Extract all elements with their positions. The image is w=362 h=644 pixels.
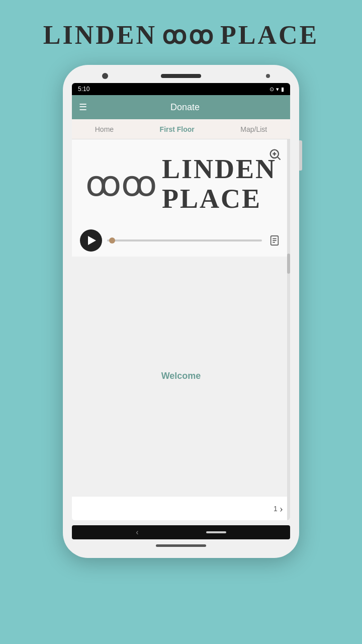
data-saver-icon: ⊙ <box>269 86 274 93</box>
description-area: Welcome <box>72 257 290 496</box>
app-title: Donate <box>87 102 283 113</box>
speaker <box>161 74 201 78</box>
scrollbar-thumb[interactable] <box>287 254 290 274</box>
status-bar: 5:10 ⊙ ▾ ▮ <box>72 83 290 95</box>
top-logo-left: LINDEN <box>43 20 157 50</box>
screen-logo-symbol: ꝏꝏ <box>85 167 157 202</box>
welcome-label: Welcome <box>161 371 201 381</box>
battery-icon: ▮ <box>281 86 284 93</box>
phone-bottom: ‹ <box>72 520 290 549</box>
wifi-icon: ▾ <box>276 86 279 93</box>
scrollbar-track[interactable] <box>287 139 290 520</box>
back-button[interactable]: ‹ <box>136 528 138 537</box>
top-logo-symbol: ꝏꝏ <box>162 21 215 49</box>
svg-line-1 <box>278 157 280 159</box>
nav-tabs: Home First Floor Map/List <box>72 119 290 139</box>
status-time: 5:10 <box>78 86 89 93</box>
zoom-button[interactable] <box>266 145 284 164</box>
hamburger-menu-icon[interactable]: ☰ <box>79 103 87 112</box>
phone-frame: 5:10 ⊙ ▾ ▮ ☰ Donate Home First Floor Map… <box>63 65 299 558</box>
play-button[interactable] <box>80 229 102 252</box>
screen-logo: ꝏꝏ LINDEN PLACE <box>72 139 290 224</box>
play-icon <box>88 236 96 245</box>
screen-logo-text: LINDEN PLACE <box>162 154 277 214</box>
tab-map-list[interactable]: Map/List <box>234 121 273 137</box>
home-pill[interactable] <box>206 531 226 533</box>
screen-logo-line2: PLACE <box>162 184 277 214</box>
page-number: 1 <box>274 505 278 513</box>
tab-home[interactable]: Home <box>89 121 120 137</box>
camera-left <box>102 73 108 79</box>
volume-button <box>299 140 302 171</box>
progress-bar[interactable] <box>107 239 262 242</box>
phone-top-bar <box>72 74 290 78</box>
top-logo-area: LINDEN ꝏꝏ PLACE <box>43 20 319 50</box>
top-logo-right: PLACE <box>220 20 319 50</box>
phone-screen: 5:10 ⊙ ▾ ▮ ☰ Donate Home First Floor Map… <box>72 83 290 520</box>
app-header: ☰ Donate <box>72 95 290 119</box>
next-arrow-button[interactable]: › <box>280 502 283 515</box>
main-content: ꝏꝏ LINDEN PLACE <box>72 139 290 520</box>
tab-first-floor[interactable]: First Floor <box>154 121 201 137</box>
audio-player <box>72 224 290 257</box>
status-icons: ⊙ ▾ ▮ <box>269 86 284 93</box>
bottom-indicator-pill <box>156 544 206 547</box>
transcript-button[interactable] <box>267 233 282 248</box>
progress-indicator <box>109 237 115 244</box>
screen-logo-line1: LINDEN <box>162 154 277 184</box>
sensor <box>266 74 270 78</box>
bottom-navigation: 1 › <box>72 496 290 520</box>
